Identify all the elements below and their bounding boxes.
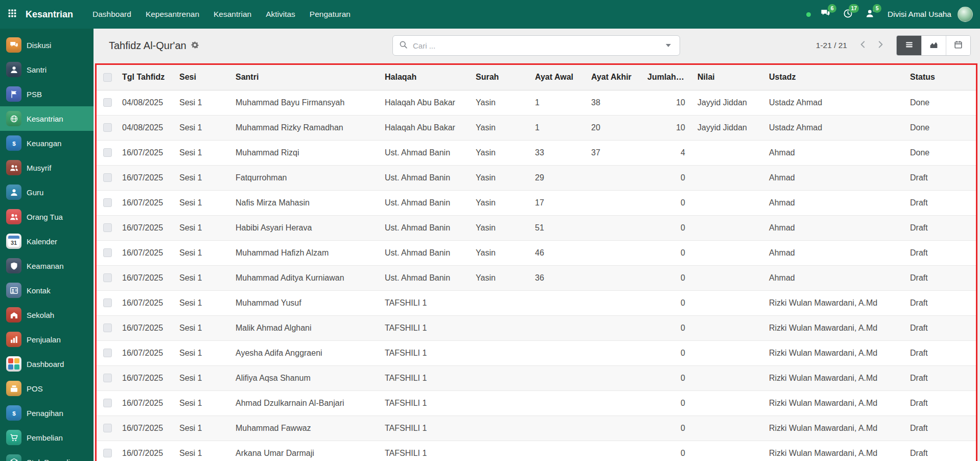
column-header-sesi[interactable]: Sesi [176, 65, 232, 90]
gear-icon [191, 40, 199, 52]
row-checkbox[interactable] [103, 173, 112, 182]
row-checkbox[interactable] [103, 349, 112, 357]
table-row[interactable]: 16/07/2025Sesi 1Malik Ahmad AlghaniTAFSH… [97, 315, 976, 340]
table-row[interactable]: 16/07/2025Sesi 1Muhammad Aditya Kurniawa… [97, 265, 976, 290]
cell-ayat-awal: 17 [532, 190, 588, 215]
row-checkbox[interactable] [103, 273, 112, 282]
sidebar-item-kalender[interactable]: 31Kalender [0, 229, 94, 253]
select-all-checkbox[interactable] [103, 73, 112, 82]
nav-menu-aktivitas[interactable]: Aktivitas [259, 0, 302, 29]
sidebar-item-pembelian[interactable]: Pembelian [0, 425, 94, 450]
row-checkbox[interactable] [103, 324, 112, 332]
pager-previous-button[interactable] [854, 36, 872, 55]
sidebar-item-dashboard[interactable]: Dashboard [0, 352, 94, 376]
sidebar-item-kontak[interactable]: Kontak [0, 278, 94, 303]
cell-status: Draft [907, 290, 976, 315]
row-checkbox[interactable] [103, 248, 112, 257]
row-checkbox[interactable] [103, 374, 112, 382]
cell-jumlah-b: 0 [644, 365, 694, 390]
row-checkbox[interactable] [103, 198, 112, 207]
row-checkbox[interactable] [103, 424, 112, 432]
sidebar-item-santri[interactable]: Santri [0, 57, 94, 82]
user-avatar[interactable] [958, 7, 973, 22]
nav-menu-dashboard[interactable]: Dashboard [85, 0, 138, 29]
table-row[interactable]: 16/07/2025Sesi 1FatqurrohmanUst. Ahmad B… [97, 165, 976, 190]
cell-select [97, 140, 119, 165]
row-checkbox[interactable] [103, 148, 112, 157]
cell-halaqah: TAFSHILI 1 [382, 441, 473, 461]
graph-view-button[interactable] [921, 36, 946, 55]
pager-next-button[interactable] [872, 36, 889, 55]
sidebar-item-penjualan[interactable]: Penjualan [0, 327, 94, 352]
sidebar-item-pos[interactable]: POS [0, 376, 94, 401]
column-header-nilai[interactable]: Nilai [694, 65, 766, 90]
chat-bubbles-button[interactable]: 6 [816, 5, 834, 24]
company-switcher[interactable]: Divisi Amal Usaha [888, 10, 951, 19]
table-row[interactable]: 16/07/2025Sesi 1Nafis Mirza MahasinUst. … [97, 190, 976, 215]
cell-halaqah: TAFSHILI 1 [382, 290, 473, 315]
search-dropdown-toggle[interactable] [657, 36, 680, 55]
cell-tgl-tahfidz: 16/07/2025 [119, 290, 176, 315]
app-brand[interactable]: Kesantrian [26, 9, 73, 20]
cell-ayat-awal: 1 [532, 90, 588, 115]
sidebar-item-stok-persediaan[interactable]: Stok Persediaan [0, 450, 94, 461]
sidebar-item-orang-tua[interactable]: Orang Tua [0, 204, 94, 229]
action-gear-button[interactable] [191, 40, 199, 52]
column-header-ustadz[interactable]: Ustadz [766, 65, 907, 90]
sidebar-item-guru[interactable]: Guru [0, 180, 94, 204]
cell-nilai [694, 165, 766, 190]
sidebar-item-kesantrian[interactable]: Kesantrian [0, 106, 94, 131]
apps-menu-button[interactable] [0, 0, 25, 29]
cell-sesi: Sesi 1 [176, 265, 232, 290]
row-checkbox[interactable] [103, 123, 112, 132]
column-header-halaqah[interactable]: Halaqah [382, 65, 473, 90]
cell-ayat-awal [532, 390, 588, 416]
sidebar-item-diskusi[interactable]: Diskusi [0, 33, 94, 57]
list-view-button[interactable] [897, 36, 921, 55]
table-row[interactable]: 16/07/2025Sesi 1Habibi Asyari HeravaUst.… [97, 215, 976, 240]
top-navbar: Kesantrian DashboardKepesantrenanKesantr… [0, 0, 980, 29]
user-plus-button[interactable]: 5 [861, 5, 879, 24]
globe-icon [6, 111, 21, 126]
column-header-status[interactable]: Status [907, 65, 976, 90]
sidebar-item-psb[interactable]: PSB [0, 82, 94, 106]
table-row[interactable]: 16/07/2025Sesi 1Alifiya Aqsa ShanumTAFSH… [97, 365, 976, 390]
table-row[interactable]: 16/07/2025Sesi 1Ayesha Adifa AnggraeniTA… [97, 340, 976, 365]
search-input[interactable] [412, 41, 657, 51]
row-checkbox[interactable] [103, 298, 112, 307]
column-header-ayat-akhir[interactable]: Ayat Akhir [588, 65, 644, 90]
row-checkbox[interactable] [103, 98, 112, 107]
table-row[interactable]: 16/07/2025Sesi 1Muhammad YusufTAFSHILI 1… [97, 290, 976, 315]
calendar-view-button[interactable] [946, 36, 970, 55]
table-row[interactable]: 16/07/2025Sesi 1Muhammad Hafizh AlzamUst… [97, 240, 976, 265]
sidebar-item-musyrif[interactable]: Musyrif [0, 155, 94, 180]
clock-button[interactable]: 17 [838, 5, 857, 24]
column-header-tgl-tahfidz[interactable]: Tgl Tahfidz [119, 65, 176, 90]
nav-menu-pengaturan[interactable]: Pengaturan [302, 0, 358, 29]
cell-select [97, 115, 119, 140]
sidebar-item-keuangan[interactable]: $Keuangan [0, 131, 94, 155]
table-row[interactable]: 16/07/2025Sesi 1Arkana Umar DarmajiTAFSH… [97, 441, 976, 461]
nav-menu-kesantrian[interactable]: Kesantrian [206, 0, 259, 29]
sidebar-item-penagihan[interactable]: $Penagihan [0, 401, 94, 425]
column-header-santri[interactable]: Santri [232, 65, 382, 90]
row-checkbox[interactable] [103, 399, 112, 407]
table-row[interactable]: 16/07/2025Sesi 1Muhammad RizqiUst. Ahmad… [97, 140, 976, 165]
person-icon [6, 62, 21, 77]
row-checkbox[interactable] [103, 223, 112, 232]
table-row[interactable]: 04/08/2025Sesi 1Muhammad Bayu Firmansyah… [97, 90, 976, 115]
sidebar-item-sekolah[interactable]: Sekolah [0, 303, 94, 327]
column-header-jumlah-b[interactable]: Jumlah B... [644, 65, 694, 90]
sidebar-item-keamanan[interactable]: Keamanan [0, 253, 94, 278]
table-row[interactable]: 04/08/2025Sesi 1Muhammad Rizky RamadhanH… [97, 115, 976, 140]
nav-menu-kepesantrenan[interactable]: Kepesantrenan [138, 0, 206, 29]
column-header-surah[interactable]: Surah [473, 65, 532, 90]
people-icon [6, 160, 21, 175]
table-row[interactable]: 16/07/2025Sesi 1Ahmad Dzulkarnain Al-Ban… [97, 390, 976, 416]
row-checkbox[interactable] [103, 449, 112, 457]
cell-halaqah: Halaqah Abu Bakar [382, 90, 473, 115]
cell-santri: Muhammad Hafizh Alzam [232, 240, 382, 265]
table-row[interactable]: 16/07/2025Sesi 1Muhammad FawwazTAFSHILI … [97, 416, 976, 441]
column-header-ayat-awal[interactable]: Ayat Awal [532, 65, 588, 90]
cell-ustadz: Rizki Wulan Mawardani, A.Md [766, 441, 907, 461]
